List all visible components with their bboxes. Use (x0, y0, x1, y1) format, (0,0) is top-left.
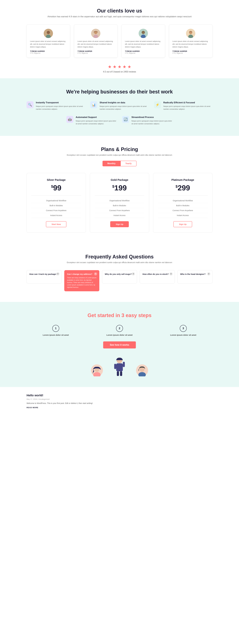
see-how-it-works-button[interactable]: See how it works (103, 342, 136, 348)
feature-item: 🔍 Instantly Transparent Neque porro quis… (26, 101, 85, 110)
start-now-button[interactable]: Start Now (46, 221, 66, 227)
faq-section: Frequently Asked Questions Excepteur sin… (0, 243, 239, 302)
pricing-feature: Instant Access (95, 213, 144, 218)
rating-text: 4.5 out of 5 based on 2450 reviews (26, 70, 213, 73)
yearly-toggle-button[interactable]: Yearly (120, 161, 137, 166)
svg-rect-17 (114, 364, 116, 369)
features-grid: 🔍 Instantly Transparent Neque porro quis… (26, 101, 213, 110)
faq-toggle-button[interactable]: × (94, 272, 97, 276)
faq-toggle-button[interactable]: + (132, 272, 135, 276)
star-icon: ★ (118, 64, 121, 69)
feature-title: Streamlined Process (131, 116, 173, 118)
feature-desc: Neque porro quisquam esqui dolom ipsum q… (76, 120, 117, 125)
clients-title: Our clients love us (26, 8, 213, 14)
blog-post-excerpt: Welcome to WordPress. This is your first… (26, 402, 213, 405)
instantly-transparent-icon: 🔍 (26, 101, 33, 108)
faq-toggle-button[interactable]: + (207, 272, 210, 276)
plan-price: $99 (31, 184, 81, 192)
feature-desc: Neque porro quisquam esqui dolom ipsum q… (100, 105, 149, 110)
testimonial-name: TYRESE HARPER (30, 50, 67, 52)
faq-card-5: Who is the head designer? + (177, 270, 213, 284)
testimonial-name: TYRESE HARPER (173, 50, 209, 52)
feature-desc: Neque porro quisquam esqui dolom ipsum q… (131, 120, 173, 125)
feature-desc: Neque porro quisquam esqui dolom ipsum q… (36, 105, 85, 110)
pricing-feature: Connect From Anywhere (95, 208, 144, 213)
svg-rect-18 (123, 362, 125, 367)
plan-price: $299 (158, 184, 208, 192)
faq-grid: How can I track my package? + Can I chan… (26, 270, 213, 291)
helping-title: We're helping businesses do their best w… (26, 89, 213, 95)
plan-name: Silver Package (31, 178, 81, 182)
testimonial-role: CTO, Bigacme (30, 52, 67, 54)
feature-item: 📊 Shared Insights on data Neque porro qu… (90, 101, 149, 110)
pricing-feature: Organisational Workflow (95, 198, 144, 203)
testimonial-text: Lorem ipsum dolor sit amet consect adipi… (77, 40, 114, 48)
star-icon: ★ (127, 64, 131, 69)
svg-rect-16 (116, 363, 123, 371)
faq-question: Who is the head designer? (180, 273, 210, 275)
person-figure-1 (91, 364, 103, 376)
helping-section: We're helping businesses do their best w… (0, 78, 239, 136)
svg-rect-19 (117, 371, 119, 376)
avatar (186, 29, 195, 38)
avatar (139, 29, 148, 38)
step-text-1: Lorem ipsum dolor sit amet (26, 334, 85, 336)
svg-rect-20 (120, 371, 122, 376)
pricing-section: Plans & Pricing Excepteur sint occaec cu… (0, 136, 239, 243)
faq-card-2: Can I change my address? × There are man… (64, 270, 99, 291)
testimonials-grid: Lorem ipsum dolor sit amet consect adipi… (26, 24, 213, 58)
testimonial-role: CTO, Bigacme (125, 52, 162, 54)
feature-desc: Neque porro quisquam esqui dolom ipsum q… (163, 105, 213, 110)
feature-title: Instantly Transparent (36, 101, 85, 104)
people-row (26, 356, 213, 376)
faq-toggle-button[interactable]: + (56, 272, 59, 276)
streamlined-process-icon: 🔄 (122, 116, 129, 123)
faq-card-1: How can I track my package? + (26, 270, 62, 284)
svg-point-7 (142, 31, 145, 34)
sign-up-button-platinum[interactable]: Sign Up (173, 221, 192, 227)
step-number-1: 1 (52, 325, 59, 332)
testimonial-role: CTO, Bigacme (77, 52, 114, 54)
step-item-3: 3 Lorem ipsum dolor sit amet (154, 325, 213, 336)
feature-title: Radically Efficient & Focused (163, 101, 213, 104)
faq-toggle-button[interactable]: + (169, 272, 173, 276)
star-icon: ★ (123, 64, 126, 69)
testimonial-text: Lorem ipsum dolor sit amet consect adipi… (30, 40, 67, 48)
sign-up-button-gold[interactable]: Sign Up (110, 221, 129, 227)
stars-row: ★ ★ ★ ★ ★ (26, 64, 213, 69)
read-more-link[interactable]: READ MORE (26, 406, 38, 408)
svg-point-4 (94, 31, 97, 34)
pricing-feature: Connect From Anywhere (31, 208, 81, 213)
feature-title: Automated Support (76, 116, 117, 118)
testimonial-card: Lorem ipsum dolor sit amet consect adipi… (26, 24, 70, 58)
automated-support-icon: 🤖 (66, 116, 73, 123)
pricing-title: Plans & Pricing (26, 146, 213, 152)
faq-question: How often do you re-stock? (142, 273, 172, 275)
shared-insights-icon: 📊 (90, 101, 97, 108)
step-item-1: 1 Lorem ipsum dolor sit amet (26, 325, 85, 336)
blog-post: Hello world! May 17, 2018 | Uncategorize… (26, 394, 213, 409)
blog-section: Hello world! May 17, 2018 | Uncategorize… (0, 387, 239, 415)
person-figure-2 (114, 356, 125, 376)
steps-grid: 1 Lorem ipsum dolor sit amet 2 Lorem ips… (26, 325, 213, 336)
pricing-feature: Organisational Workflow (31, 198, 81, 203)
feature-title: Shared Insights on data (100, 101, 149, 104)
step-number-3: 3 (180, 325, 187, 332)
pricing-feature: Built-in Modules (31, 203, 81, 208)
testimonial-name: TYRESE HARPER (125, 50, 162, 52)
blog-post-title: Hello world! (26, 394, 213, 397)
step-text-3: Lorem ipsum dolor sit amet (154, 334, 213, 336)
pricing-subtitle: Excepteur sint occaec cupidatat non proi… (26, 154, 213, 156)
avatar (91, 29, 100, 38)
faq-answer: There are many solutions of Lorem ipsum … (67, 276, 97, 288)
avatar (44, 29, 53, 38)
steps-title-highlight: 3 easy steps (121, 312, 152, 318)
faq-question: Why do you only sell mugs? (105, 273, 134, 275)
pricing-toggle: Monthly Yearly (26, 161, 213, 166)
plan-name: Platinum Package (158, 178, 208, 182)
monthly-toggle-button[interactable]: Monthly (102, 161, 120, 166)
svg-point-10 (189, 31, 192, 34)
faq-card-3: Why do you only sell mugs? + (102, 270, 137, 284)
person-head-1 (91, 364, 103, 376)
person-head-3 (136, 364, 148, 376)
